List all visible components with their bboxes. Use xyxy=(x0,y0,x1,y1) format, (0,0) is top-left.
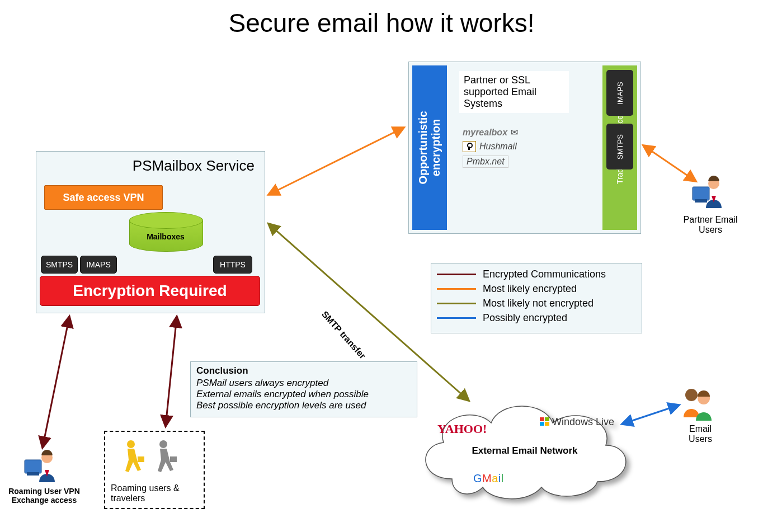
svg-rect-11 xyxy=(25,460,41,473)
svg-point-9 xyxy=(685,389,698,401)
partner-provider-logos: myrealbox✉ Hushmail Pmbx.net xyxy=(463,124,518,171)
svg-rect-15 xyxy=(138,456,144,462)
legend-swatch-blue xyxy=(437,317,476,319)
envelope-icon: ✉ xyxy=(511,127,518,138)
svg-point-14 xyxy=(127,440,135,448)
legend-row-not-encrypted: Most likely not encrypted xyxy=(437,296,636,310)
hushmail-logo: Hushmail xyxy=(479,142,517,152)
svg-line-5 xyxy=(166,317,177,426)
safe-access-vpn-badge: Safe access VPN xyxy=(44,185,163,210)
protocol-imaps-badge: IMAPS xyxy=(80,256,117,274)
walking-person-icon xyxy=(121,440,147,477)
partner-ssl-text: Partner or SSL supported Email Systems xyxy=(459,71,569,113)
roaming-travelers-box: Roaming users & travelers xyxy=(104,431,205,509)
legend-swatch-darkred xyxy=(437,274,476,275)
roaming-vpn-user-caption: Roaming User VPN Exchange access xyxy=(8,487,81,505)
mailboxes-label: Mailboxes xyxy=(129,232,202,241)
protocol-https-badge: HTTPS xyxy=(213,256,252,274)
conclusion-line: Best possible encryption levels are used xyxy=(196,400,411,411)
legend-label: Encrypted Communications xyxy=(483,269,606,280)
psmailbox-title: PSMailbox Service xyxy=(133,157,255,175)
windows-flag-icon xyxy=(540,417,550,426)
external-email-network-cloud: YAHOO! Windows Live External Email Netwo… xyxy=(413,384,637,507)
hushmail-key-icon xyxy=(463,141,476,152)
conclusion-heading: Conclusion xyxy=(196,365,411,376)
legend-swatch-orange xyxy=(437,288,476,290)
conclusion-line: PSMail users always encrypted xyxy=(196,378,411,389)
svg-line-0 xyxy=(269,128,404,195)
pmbx-logo: Pmbx.net xyxy=(463,156,508,168)
svg-rect-6 xyxy=(693,187,709,200)
page-title: Secure email how it works! xyxy=(0,8,763,38)
walking-person-icon xyxy=(153,440,179,477)
legend-row-most-encrypted: Most likely encrypted xyxy=(437,281,636,296)
legend-box: Encrypted Communications Most likely enc… xyxy=(431,263,642,333)
protocol-smtps-badge: SMTPS xyxy=(41,256,78,274)
svg-line-4 xyxy=(43,317,69,448)
external-network-label: External Email Network xyxy=(413,445,637,456)
legend-row-encrypted: Encrypted Communications xyxy=(437,267,636,281)
legend-label: Possibly encrypted xyxy=(483,312,567,324)
svg-rect-7 xyxy=(695,199,707,203)
legend-label: Most likely encrypted xyxy=(483,283,577,295)
yahoo-logo: YAHOO! xyxy=(437,422,487,436)
gmail-logo: GMail xyxy=(473,472,504,485)
partner-user-icon xyxy=(690,173,726,213)
legend-swatch-olive xyxy=(437,303,476,304)
windows-live-logo: Windows Live xyxy=(540,416,614,428)
partner-users-caption: Partner Email Users xyxy=(677,215,744,236)
svg-rect-12 xyxy=(27,472,39,475)
legend-label: Most likely not encrypted xyxy=(483,298,594,309)
svg-rect-17 xyxy=(170,456,177,462)
roaming-vpn-user-icon xyxy=(23,448,59,487)
smtp-transfer-label: SMTP transfer xyxy=(319,309,368,361)
opportunistic-encryption-box: Opportunisticencryption Partner or SSL s… xyxy=(408,62,641,234)
opportunistic-side-label: Opportunisticencryption xyxy=(412,65,447,230)
svg-point-16 xyxy=(159,440,167,448)
legend-row-possibly: Possibly encrypted xyxy=(437,310,636,325)
psmailbox-service-box: PSMailbox Service Safe access VPN Mailbo… xyxy=(36,151,265,313)
conclusion-line: External emails encrypted when possible xyxy=(196,389,411,400)
email-users-icon xyxy=(679,385,715,424)
myrealbox-logo: myrealbox xyxy=(463,128,507,138)
mailboxes-cylinder-icon: Mailboxes xyxy=(129,212,202,256)
protocol-smtps-badge-2: SMTPS xyxy=(606,124,633,170)
protocol-imaps-badge-2: IMAPS xyxy=(606,70,633,116)
roaming-travelers-caption: Roaming users & travelers xyxy=(111,483,204,503)
svg-line-1 xyxy=(643,145,696,181)
encryption-required-banner: Encryption Required xyxy=(40,276,260,306)
conclusion-box: Conclusion PSMail users always encrypted… xyxy=(190,361,417,417)
email-users-caption: Email Users xyxy=(678,424,723,445)
